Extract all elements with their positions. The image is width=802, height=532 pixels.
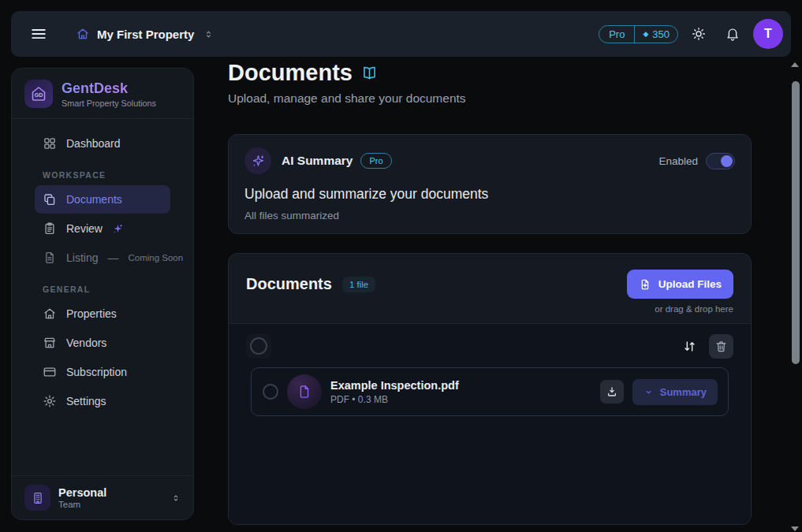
download-button[interactable] xyxy=(600,380,624,404)
ai-summary-card: AI Summary Pro Enabled Upload and summar… xyxy=(228,134,752,234)
property-selector[interactable]: My First Property xyxy=(76,27,214,41)
ai-summary-toggle[interactable] xyxy=(706,153,735,169)
building-icon xyxy=(24,485,50,511)
trash-icon xyxy=(714,340,728,353)
notifications-button[interactable] xyxy=(719,20,746,47)
page-title: Documents xyxy=(228,60,353,86)
toggle-knob xyxy=(721,155,733,167)
file-icon xyxy=(43,251,57,265)
chevron-up-down-icon xyxy=(171,493,181,503)
clipboard-icon xyxy=(43,221,57,236)
gem-icon: ◆ xyxy=(643,31,648,38)
delete-button[interactable] xyxy=(709,334,733,359)
file-checkbox[interactable] xyxy=(263,384,278,400)
sidebar: GD GentDesk Smart Property Solutions Das… xyxy=(11,68,194,520)
chevron-down-icon xyxy=(643,387,654,397)
sidebar-item-label: Documents xyxy=(66,193,122,206)
select-all-checkbox[interactable] xyxy=(246,333,271,359)
sidebar-nav: Dashboard WORKSPACE Documents Review Lis… xyxy=(12,119,193,416)
documents-list-area: Example Inspection.pdf PDF • 0.3 MB Summ… xyxy=(229,324,751,524)
ai-sparkles-icon xyxy=(244,147,271,174)
file-row[interactable]: Example Inspection.pdf PDF • 0.3 MB Summ… xyxy=(251,367,729,416)
sidebar-item-label: Dashboard xyxy=(66,137,121,150)
topbar-actions: Pro ◆ 350 T xyxy=(599,19,783,49)
ai-summary-title: AI Summary xyxy=(282,154,353,168)
sidebar-item-vendors[interactable]: Vendors xyxy=(35,329,170,357)
brand: GD GentDesk Smart Property Solutions xyxy=(12,69,193,118)
documents-panel: Documents 1 file Upload Files or drag & … xyxy=(228,253,752,525)
user-avatar[interactable]: T xyxy=(753,19,783,49)
sidebar-item-label: Subscription xyxy=(66,366,127,378)
documents-copy-icon xyxy=(43,192,57,206)
sidebar-item-label: Review xyxy=(66,222,103,235)
sidebar-item-review[interactable]: Review xyxy=(35,214,170,243)
file-actions: Summary xyxy=(600,379,718,405)
plan-label: Pro xyxy=(599,26,634,43)
scrollbar-thumb[interactable] xyxy=(792,81,800,364)
sidebar-item-dashboard[interactable]: Dashboard xyxy=(35,129,170,158)
topbar: My First Property Pro ◆ 350 T xyxy=(11,11,791,57)
sidebar-item-documents[interactable]: Documents xyxy=(35,185,170,214)
workspace-title: Personal xyxy=(58,486,106,499)
page-subtitle: Upload, manage and share your documents xyxy=(228,91,752,106)
upload-files-label: Upload Files xyxy=(658,278,722,290)
gentdesk-logo-icon: GD xyxy=(24,80,53,108)
sort-button[interactable] xyxy=(677,334,701,358)
download-icon xyxy=(606,385,618,398)
ai-summary-heading: Upload and summarize your documents xyxy=(244,186,735,203)
scrollbar-up-arrow[interactable] xyxy=(791,62,799,67)
summary-button[interactable]: Summary xyxy=(632,379,718,405)
sparkles-icon xyxy=(112,223,124,235)
home-icon xyxy=(76,27,90,41)
pro-badge: Pro xyxy=(360,153,391,169)
documents-panel-header: Documents 1 file Upload Files or drag & … xyxy=(229,254,751,323)
hamburger-menu-button[interactable] xyxy=(25,20,52,47)
brand-name: GentDesk xyxy=(62,80,156,97)
sun-icon xyxy=(691,26,707,42)
property-name: My First Property xyxy=(97,28,194,41)
toggle-label: Enabled xyxy=(658,155,698,167)
ai-summary-status: All files summarized xyxy=(244,210,735,221)
brand-text: GentDesk Smart Property Solutions xyxy=(62,80,156,108)
documents-panel-title: Documents xyxy=(246,275,332,293)
file-count-badge: 1 file xyxy=(342,277,375,292)
workspace-switcher[interactable]: Personal Team xyxy=(12,475,193,519)
listing-separator: — xyxy=(107,251,118,264)
sidebar-item-label: Listing xyxy=(66,251,98,264)
file-info: Example Inspection.pdf PDF • 0.3 MB xyxy=(330,379,459,405)
workspace-switcher-text: Personal Team xyxy=(58,486,106,509)
home-icon xyxy=(43,307,57,321)
theme-toggle-button[interactable] xyxy=(685,20,712,47)
page-header: Documents Upload, manage and share your … xyxy=(228,60,752,106)
sidebar-item-settings[interactable]: Settings xyxy=(35,387,170,415)
file-meta: PDF • 0.3 MB xyxy=(330,394,459,405)
chevron-up-down-icon xyxy=(203,29,214,39)
storefront-icon xyxy=(43,336,57,350)
sidebar-item-subscription[interactable]: Subscription xyxy=(35,358,170,386)
upload-files-button[interactable]: Upload Files xyxy=(627,270,733,299)
credits-segment: ◆ 350 xyxy=(634,26,677,43)
checkbox-circle-icon xyxy=(250,337,267,355)
coming-soon-note: Coming Soon xyxy=(128,253,183,262)
file-name: Example Inspection.pdf xyxy=(330,379,459,392)
credits-value: 350 xyxy=(652,28,670,40)
brand-tagline: Smart Property Solutions xyxy=(62,99,156,108)
drag-drop-hint: or drag & drop here xyxy=(655,304,733,314)
workspace-subtitle: Team xyxy=(58,500,106,509)
sidebar-item-properties[interactable]: Properties xyxy=(35,299,170,328)
gear-icon xyxy=(43,394,57,408)
pdf-file-icon xyxy=(287,374,322,409)
file-plus-icon xyxy=(639,278,651,291)
scrollbar-down-arrow[interactable] xyxy=(791,526,799,531)
sort-arrows-icon xyxy=(682,339,697,354)
hamburger-icon xyxy=(30,25,47,43)
logo-monogram: GD xyxy=(35,92,43,98)
sidebar-item-listing: Listing — Coming Soon xyxy=(35,244,170,272)
sidebar-spacer xyxy=(12,416,193,475)
credit-card-icon xyxy=(43,365,57,379)
sidebar-item-label: Vendors xyxy=(66,337,106,349)
book-open-icon xyxy=(361,65,378,81)
plan-credits-badge[interactable]: Pro ◆ 350 xyxy=(599,25,678,43)
bell-icon xyxy=(725,26,740,42)
section-label-general: GENERAL xyxy=(43,285,193,294)
